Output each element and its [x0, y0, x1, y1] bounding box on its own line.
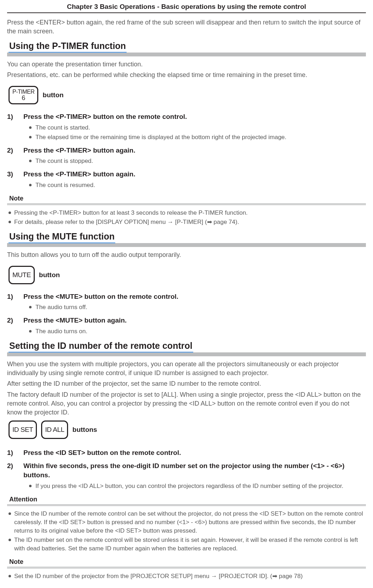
id-attention: Since the ID number of the remote contro…	[7, 510, 366, 553]
step-sub: The count is resumed.	[7, 181, 366, 189]
double-rule	[7, 504, 366, 506]
step-number: 1)	[7, 112, 16, 121]
step-text: Press the <P-TIMER> button again.	[23, 146, 135, 155]
ptimer-notes: Pressing the <P-TIMER> button for at lea…	[7, 209, 366, 226]
ptimer-steps: 1)Press the <P-TIMER> button on the remo…	[7, 112, 366, 189]
step-sub-item: The audio turns off.	[29, 303, 366, 312]
mute-button-line1: MUTE	[12, 271, 31, 278]
heading-underbar	[7, 53, 366, 56]
note-heading: Note	[9, 195, 366, 202]
heading-underbar	[7, 352, 366, 356]
ptimer-button-row: P-TIMER 6 button	[9, 86, 366, 104]
step-text: Press the <ID SET> button on the remote …	[23, 448, 181, 457]
step-sub-item: The count is started.	[29, 123, 366, 132]
step-sub: The count is started. The elapsed time o…	[7, 123, 366, 142]
idset-button-icon: ID SET	[9, 421, 37, 439]
heading-ptimer-text: Using the P-TIMER function	[9, 41, 127, 53]
idall-button-icon: ID ALL	[41, 421, 68, 439]
ptimer-button-line2: 6	[22, 95, 25, 101]
attention-item: The ID number set on the remote control …	[7, 536, 366, 553]
note-item: Set the ID number of the projector from …	[7, 572, 366, 581]
mute-button-icon: MUTE	[9, 266, 35, 284]
attention-heading: Attention	[9, 496, 366, 503]
ptimer-para1: You can operate the presentation timer f…	[7, 60, 366, 69]
attention-item: Since the ID number of the remote contro…	[7, 510, 366, 535]
idall-button-text: ID ALL	[45, 426, 64, 433]
ptimer-button-label: button	[43, 91, 63, 99]
note-heading: Note	[9, 558, 366, 566]
step-text: Press the <MUTE> button again.	[23, 316, 127, 325]
intro-paragraph: Press the <ENTER> button again, the red …	[7, 18, 366, 36]
mute-button-row: MUTE button	[9, 266, 366, 284]
step-text: Press the <MUTE> button on the remote co…	[23, 292, 178, 301]
heading-mute: Using the MUTE function	[7, 231, 366, 247]
step-sub-item: The count is stopped.	[29, 157, 366, 165]
id-buttons-row: ID SET ID ALL buttons	[9, 421, 366, 439]
heading-mute-text: Using the MUTE function	[9, 231, 115, 243]
ptimer-button-line1: P-TIMER	[12, 89, 34, 95]
step-sub: The audio turns on.	[7, 327, 366, 336]
double-rule	[7, 567, 366, 568]
step-text: Press the <P-TIMER> button on the remote…	[23, 112, 187, 121]
ptimer-step-1: 1)Press the <P-TIMER> button on the remo…	[7, 112, 366, 141]
step-number: 1)	[7, 448, 16, 457]
step-sub-item: The elapsed time or the remaining time i…	[29, 133, 366, 142]
step-sub-item: If you press the <ID ALL> button, you ca…	[29, 482, 366, 490]
id-step-2: 2)Within five seconds, press the one-dig…	[7, 461, 366, 490]
ptimer-button-icon: P-TIMER 6	[9, 86, 38, 104]
id-para3: The factory default ID number of the pro…	[7, 390, 366, 417]
mute-steps: 1)Press the <MUTE> button on the remote …	[7, 292, 366, 336]
heading-id: Setting the ID number of the remote cont…	[7, 341, 366, 356]
id-steps: 1)Press the <ID SET> button on the remot…	[7, 448, 366, 490]
ptimer-step-2: 2)Press the <P-TIMER> button again. The …	[7, 146, 366, 165]
top-rule	[7, 12, 366, 13]
running-head: Chapter 3 Basic Operations - Basic opera…	[7, 0, 366, 12]
mute-step-2: 2)Press the <MUTE> button again. The aud…	[7, 316, 366, 335]
id-para1: When you use the system with multiple pr…	[7, 360, 366, 378]
step-text: Press the <P-TIMER> button again.	[23, 170, 135, 179]
id-buttons-label: buttons	[72, 426, 97, 434]
heading-underbar	[7, 243, 366, 247]
id-step-1: 1)Press the <ID SET> button on the remot…	[7, 448, 366, 457]
step-text: Within five seconds, press the one-digit…	[23, 461, 366, 479]
step-number: 2)	[7, 146, 16, 155]
ptimer-para2: Presentations, etc. can be performed whi…	[7, 71, 366, 79]
step-sub: The count is stopped.	[7, 157, 366, 165]
idset-button-text: ID SET	[12, 426, 33, 433]
step-number: 3)	[7, 170, 16, 179]
mute-button-label: button	[39, 271, 60, 279]
mute-step-1: 1)Press the <MUTE> button on the remote …	[7, 292, 366, 312]
step-number: 2)	[7, 316, 16, 325]
mute-para1: This button allows you to turn off the a…	[7, 251, 366, 259]
note-item: For details, please refer to the [DISPLA…	[7, 218, 366, 226]
note-item: Pressing the <P-TIMER> button for at lea…	[7, 209, 366, 217]
step-sub-item: The audio turns on.	[29, 327, 366, 336]
id-notes: Set the ID number of the projector from …	[7, 572, 366, 581]
heading-id-text: Setting the ID number of the remote cont…	[9, 341, 193, 353]
double-rule	[7, 203, 366, 205]
ptimer-step-3: 3)Press the <P-TIMER> button again. The …	[7, 170, 366, 189]
step-sub: If you press the <ID ALL> button, you ca…	[7, 482, 366, 490]
id-para2: After setting the ID number of the proje…	[7, 379, 366, 388]
heading-ptimer: Using the P-TIMER function	[7, 41, 366, 56]
page-footer: 54 - ENGLISH	[7, 586, 366, 588]
step-sub-item: The count is resumed.	[29, 181, 366, 189]
step-number: 1)	[7, 292, 16, 301]
step-sub: The audio turns off.	[7, 303, 366, 312]
step-number: 2)	[7, 461, 16, 479]
